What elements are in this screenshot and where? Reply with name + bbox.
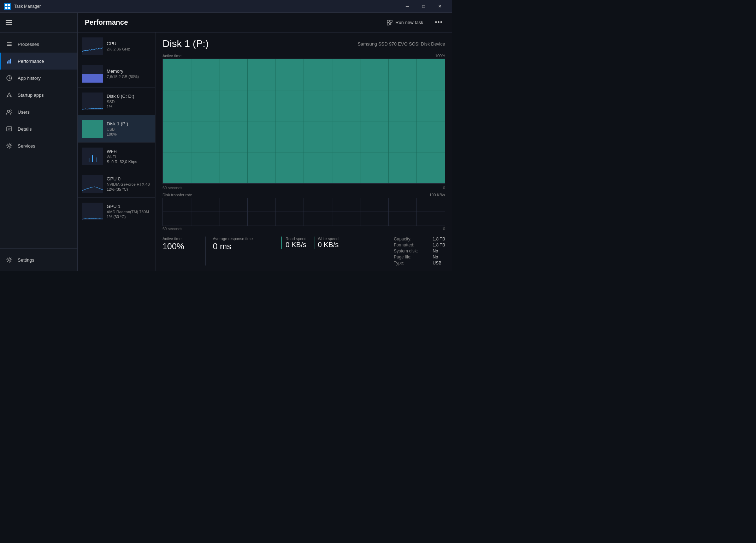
sidebar-item-details[interactable]: Details (0, 120, 77, 137)
cpu-name: CPU (107, 41, 151, 46)
wifi-sub: Wi-Fi (107, 155, 151, 159)
svg-point-11 (7, 110, 10, 112)
read-speed-value: 0 KB/s (285, 241, 306, 249)
app-icon (4, 3, 11, 10)
sidebar: Processes Performance (0, 13, 78, 271)
prop-key: Page file: (394, 255, 426, 259)
list-icon (6, 41, 13, 48)
detail-subtitle: Samsung SSD 970 EVO SCSI Disk Device (358, 41, 445, 47)
active-time-label-row: Active time 100% (163, 54, 445, 58)
sidebar-item-settings[interactable]: Settings (0, 251, 77, 268)
prop-key: System disk: (394, 249, 426, 253)
chart1-time-right: 0 (443, 186, 445, 190)
content-body: CPU 2% 2,36 GHz Memory 7,6/15,2 GB (50%) (78, 32, 452, 271)
sidebar-item-performance[interactable]: Performance (0, 53, 77, 70)
device-item-wifi[interactable]: Wi-Fi Wi-Fi S: 0 R: 32,0 Kbps (78, 143, 155, 170)
prop-row: Capacity:1,8 TB (394, 237, 445, 241)
more-options-button[interactable]: ••• (432, 16, 445, 29)
speed-group: Read speed 0 KB/s Write speed 0 KB/s (281, 237, 394, 249)
sidebar-item-services[interactable]: Services (0, 137, 77, 154)
disk1-name: Disk 1 (P:) (107, 121, 151, 126)
sidebar-item-startup-apps[interactable]: Startup apps (0, 86, 77, 103)
transfer-rate-max: 100 KB/s (429, 193, 445, 197)
sidebar-item-processes[interactable]: Processes (0, 36, 77, 53)
svg-rect-19 (390, 20, 392, 22)
avg-response-stat: Average response time 0 ms (213, 237, 253, 251)
wifi-name: Wi-Fi (107, 149, 151, 154)
prop-row: System disk:No (394, 249, 445, 253)
disk1-info: Disk 1 (P:) USB 100% (107, 121, 151, 136)
app-body: Processes Performance (0, 13, 452, 271)
disk0-name: Disk 0 (C: D:) (107, 94, 151, 99)
svg-rect-6 (7, 45, 12, 46)
maximize-button[interactable]: □ (415, 0, 432, 13)
sidebar-nav: Processes Performance (0, 33, 77, 248)
active-time-stat: Active time 100% (163, 237, 184, 251)
chart-icon (6, 58, 13, 65)
active-time-label: Active time (163, 54, 182, 58)
disk1-sub: USB (107, 127, 151, 131)
disk0-info: Disk 0 (C: D:) SSD 1% (107, 94, 151, 109)
gpu1-value: 1% (33 °C) (107, 215, 151, 219)
header-actions: Run new task ••• (382, 16, 445, 29)
sidebar-item-label: Performance (18, 59, 44, 64)
wifi-thumbnail (82, 148, 103, 165)
prop-row: Formatted:1,8 TB (394, 243, 445, 247)
svg-point-16 (8, 145, 10, 147)
props-group: Capacity:1,8 TBFormatted:1,8 TBSystem di… (394, 237, 445, 265)
svg-rect-8 (8, 60, 10, 64)
clock-icon (6, 74, 13, 82)
chart2-time-right: 0 (443, 227, 445, 231)
prop-row: Page file:No (394, 255, 445, 259)
gpu1-thumbnail (82, 203, 103, 220)
prop-key: Formatted: (394, 243, 426, 247)
detail-panel: Disk 1 (P:) Samsung SSD 970 EVO SCSI Dis… (155, 32, 452, 271)
run-new-task-button[interactable]: Run new task (382, 18, 428, 28)
window-controls: ─ □ ✕ (399, 0, 448, 13)
disk1-value: 100% (107, 132, 151, 136)
details-icon (6, 125, 13, 132)
disk0-sub: SSD (107, 100, 151, 104)
cpu-info: CPU 2% 2,36 GHz (107, 41, 151, 51)
charts-area: Active time 100% (163, 54, 445, 265)
gpu0-value: 12% (35 °C) (107, 187, 151, 191)
sidebar-item-label: Startup apps (18, 93, 44, 98)
device-item-memory[interactable]: Memory 7,6/15,2 GB (50%) (78, 60, 155, 88)
close-button[interactable]: ✕ (432, 0, 448, 13)
services-icon (6, 142, 13, 149)
device-item-gpu0[interactable]: GPU 0 NVIDIA GeForce RTX 40 12% (35 °C) (78, 170, 155, 198)
chart2-time-row: 60 seconds 0 (163, 227, 445, 231)
active-time-stat-label: Active time (163, 237, 184, 241)
active-time-chart (163, 59, 445, 184)
sidebar-item-label: Details (18, 126, 32, 132)
prop-value: No (433, 249, 438, 253)
wifi-value: S: 0 R: 32,0 Kbps (107, 160, 151, 164)
prop-value: 1,8 TB (433, 237, 445, 241)
disk1-thumbnail (82, 120, 103, 138)
device-item-disk0[interactable]: Disk 0 (C: D:) SSD 1% (78, 88, 155, 115)
active-time-fill (163, 59, 445, 183)
svg-rect-18 (387, 20, 389, 22)
minimize-button[interactable]: ─ (399, 0, 415, 13)
device-item-gpu1[interactable]: GPU 1 AMD Radeon(TM) 780M 1% (33 °C) (78, 198, 155, 225)
wifi-info: Wi-Fi Wi-Fi S: 0 R: 32,0 Kbps (107, 149, 151, 164)
device-item-cpu[interactable]: CPU 2% 2,36 GHz (78, 32, 155, 60)
gpu0-name: GPU 0 (107, 176, 151, 181)
sidebar-item-users[interactable]: Users (0, 103, 77, 120)
stat-divider-1 (205, 237, 206, 265)
sidebar-top (0, 13, 77, 33)
sidebar-item-app-history[interactable]: App history (0, 70, 77, 86)
hamburger-button[interactable] (0, 16, 77, 30)
chart2-time-left: 60 seconds (163, 227, 182, 231)
device-item-disk1[interactable]: Disk 1 (P:) USB 100% (78, 115, 155, 143)
stat-divider-2 (274, 237, 274, 265)
titlebar-title: Task Manager (14, 4, 399, 9)
svg-point-17 (8, 259, 10, 261)
content-header: Performance Run new task ••• (78, 13, 452, 32)
content-title: Performance (85, 18, 382, 26)
write-speed-label: Write speed (318, 237, 339, 241)
gpu1-sub: AMD Radeon(TM) 780M (107, 210, 151, 214)
svg-rect-7 (7, 61, 8, 64)
chart1-time-row: 60 seconds 0 (163, 186, 445, 190)
prop-row: Type:USB (394, 261, 445, 265)
